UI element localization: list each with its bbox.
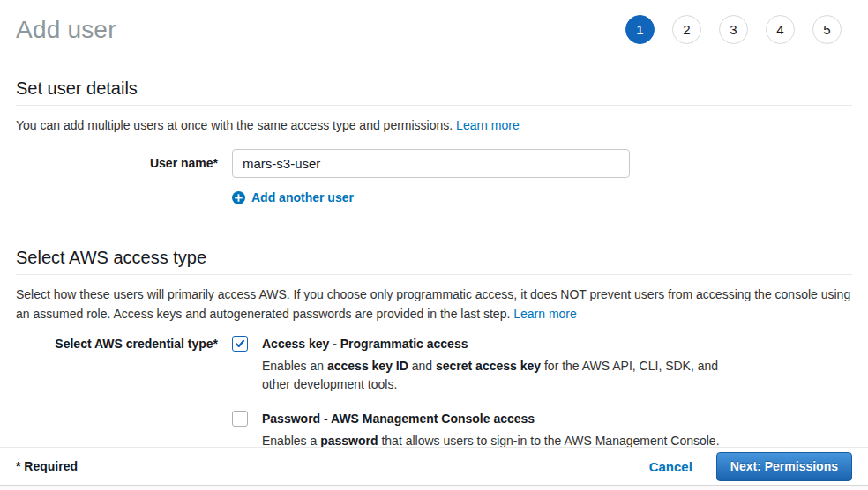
next-permissions-button[interactable]: Next: Permissions (716, 452, 852, 481)
credential-options: Access key - Programmatic access Enables… (232, 336, 749, 450)
user-details-description: You can add multiple users at once with … (16, 115, 852, 135)
required-note: * Required (16, 459, 78, 473)
access-key-option-title: Access key - Programmatic access (262, 336, 749, 351)
add-user-page: Add user 1 2 3 4 5 Set user details You … (0, 0, 868, 450)
step-2-indicator: 2 (672, 15, 701, 44)
user-details-description-text: You can add multiple users at once with … (16, 118, 453, 132)
access-key-option-body: Access key - Programmatic access Enables… (262, 336, 749, 394)
desc-bold-text: password (320, 434, 378, 448)
password-option-title: Password - AWS Management Console access (262, 411, 720, 426)
wizard-step-indicator: 1 2 3 4 5 (625, 15, 842, 44)
plus-circle-icon (232, 191, 245, 204)
step-5-indicator: 5 (812, 15, 842, 44)
password-checkbox[interactable] (232, 411, 248, 427)
step-4-indicator: 4 (766, 15, 795, 44)
password-option-body: Password - AWS Management Console access… (262, 411, 720, 450)
user-name-row: User name* (16, 149, 852, 178)
page-title: Add user (16, 16, 116, 44)
access-key-option-description: Enables an access key ID and secret acce… (262, 357, 749, 394)
footer-actions: Cancel Next: Permissions (649, 452, 852, 481)
add-another-user-label: Add another user (251, 190, 354, 204)
section-divider (16, 274, 852, 275)
section-heading-user-details: Set user details (16, 78, 852, 99)
checkmark-icon (235, 338, 245, 349)
user-name-input[interactable] (232, 149, 630, 178)
option-password: Password - AWS Management Console access… (232, 411, 749, 450)
credential-type-label: Select AWS credential type* (16, 336, 232, 450)
desc-text: that allows users to sign-in to the AWS … (378, 434, 720, 448)
desc-text: Enables a (262, 434, 320, 448)
access-key-checkbox[interactable] (232, 336, 248, 352)
add-another-user-button[interactable]: Add another user (232, 190, 852, 204)
section-divider (16, 105, 852, 106)
desc-bold-text: access key ID (327, 359, 408, 373)
option-access-key: Access key - Programmatic access Enables… (232, 336, 749, 394)
desc-bold-text: secret access key (436, 359, 541, 373)
wizard-header: Add user 1 2 3 4 5 (16, 0, 852, 44)
access-type-description-text: Select how these users will primarily ac… (16, 287, 850, 321)
section-access-type: Select AWS access type Select how these … (16, 248, 852, 450)
step-3-indicator: 3 (719, 15, 748, 44)
cancel-button[interactable]: Cancel (649, 459, 692, 474)
desc-text: and (408, 359, 436, 373)
section-user-details: Set user details You can add multiple us… (16, 78, 852, 204)
page-bottom-edge (0, 485, 868, 490)
user-name-label: User name* (16, 149, 232, 178)
section-heading-access-type: Select AWS access type (16, 248, 852, 268)
wizard-footer: * Required Cancel Next: Permissions (0, 447, 868, 485)
credential-type-row: Select AWS credential type* Access key -… (16, 336, 852, 450)
access-type-description: Select how these users will primarily ac… (16, 285, 852, 323)
desc-text: Enables an (262, 359, 327, 373)
learn-more-link-user-details[interactable]: Learn more (456, 118, 520, 132)
learn-more-link-access-type[interactable]: Learn more (513, 307, 577, 321)
step-1-indicator: 1 (625, 15, 655, 44)
